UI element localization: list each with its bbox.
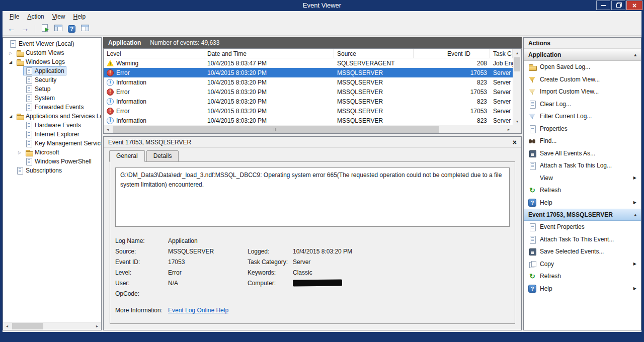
event-row[interactable]: !Error 10/4/2015 8:03:20 PM MSSQLSERVER …	[104, 87, 513, 97]
scrollbar-thumb[interactable]	[514, 57, 520, 71]
forward-button[interactable]: →	[21, 25, 29, 33]
tree-item-setup[interactable]: Setup	[3, 84, 101, 94]
main-area: Event Viewer (Local) ▷ Custom Views ◢ Wi…	[3, 36, 641, 332]
preview-pane: Event 17053, MSSQLSERVER × General Detai…	[103, 136, 522, 330]
menu-file[interactable]: File	[6, 12, 23, 22]
console-tree-button[interactable]	[54, 25, 62, 33]
action-save-all-events-as[interactable]: Save All Events As...	[524, 147, 641, 160]
tree-item-event-viewer-local[interactable]: Event Viewer (Local)	[3, 39, 101, 48]
scroll-left-icon[interactable]: ◄	[104, 125, 112, 133]
datetime-cell: 10/4/2015 8:03:47 PM	[204, 60, 334, 67]
menu-help[interactable]: Help	[69, 12, 90, 22]
back-button[interactable]: ←	[8, 25, 16, 33]
scroll-up-icon[interactable]: ▲	[513, 49, 521, 57]
action-label: Copy	[540, 261, 554, 268]
chevron-expanded-icon[interactable]: ◢	[7, 114, 14, 119]
chevron-collapsed-icon[interactable]: ▷	[16, 150, 23, 155]
tab-general[interactable]: General	[109, 150, 145, 162]
tree-item-key-management-service[interactable]: Key Management Service	[3, 139, 101, 148]
scroll-left-icon[interactable]: ◄	[3, 322, 11, 330]
event-list-vertical-scrollbar[interactable]: ▲ ▼	[513, 49, 521, 125]
action-open-saved-log[interactable]: Open Saved Log...	[524, 61, 641, 73]
column-event-id[interactable]: Event ID	[414, 49, 490, 58]
close-icon: ×	[632, 2, 636, 9]
menu-action[interactable]: Action	[23, 12, 48, 22]
export-button[interactable]	[41, 24, 49, 33]
column-task-category[interactable]: Task Category	[490, 49, 513, 58]
tree-item-security[interactable]: Security	[3, 75, 101, 84]
event-row[interactable]: !Error 10/4/2015 8:03:20 PM MSSQLSERVER …	[104, 106, 513, 116]
collapse-section-icon[interactable]: ▴	[634, 52, 636, 57]
datetime-cell: 10/4/2015 8:03:20 PM	[204, 98, 334, 105]
action-attach-task-to-log[interactable]: Attach a Task To this Log...	[524, 159, 641, 172]
action-refresh[interactable]: ↻ Refresh	[524, 184, 641, 197]
tree-item-internet-explorer[interactable]: Internet Explorer	[3, 130, 101, 139]
actions-section-event[interactable]: Event 17053, MSSQLSERVER ▴	[524, 209, 641, 221]
tree-horizontal-scrollbar[interactable]: ◄ ►	[3, 322, 101, 330]
action-refresh-event[interactable]: ↻ Refresh	[524, 270, 641, 283]
action-event-properties[interactable]: Event Properties	[524, 221, 641, 233]
tree-item-forwarded-events[interactable]: Forwarded Events	[3, 103, 101, 112]
event-row[interactable]: !Warning 10/4/2015 8:03:47 PM SQLSERVERA…	[104, 58, 513, 68]
event-row[interactable]: iInformation 10/4/2015 8:03:20 PM MSSQLS…	[104, 116, 513, 125]
action-create-custom-view[interactable]: Create Custom View...	[524, 73, 641, 86]
caption-buttons: ×	[596, 0, 644, 10]
action-attach-task-to-event[interactable]: Attach Task To This Event...	[524, 233, 641, 246]
action-filter-current-log[interactable]: Filter Current Log...	[524, 110, 641, 123]
event-row[interactable]: iInformation 10/4/2015 8:03:20 PM MSSQLS…	[104, 97, 513, 106]
event-log-online-help-link[interactable]: Event Log Online Help	[168, 307, 228, 314]
tree-item-application[interactable]: Application	[3, 66, 101, 75]
copy-icon	[528, 260, 536, 268]
scrollbar-track[interactable]	[112, 125, 505, 133]
tree-item-windows-powershell[interactable]: Windows PowerShell	[3, 157, 101, 166]
action-find[interactable]: Find...	[524, 135, 641, 147]
action-help-event[interactable]: ? Help ▶	[524, 283, 641, 295]
tree-item-system[interactable]: System	[3, 94, 101, 103]
scrollbar-track[interactable]	[11, 322, 93, 330]
action-import-custom-view[interactable]: Import Custom View...	[524, 86, 641, 98]
column-source[interactable]: Source	[334, 49, 414, 58]
tree-item-label: Windows PowerShell	[35, 158, 92, 165]
minimize-button[interactable]	[596, 1, 610, 10]
action-pane-button[interactable]	[81, 25, 89, 33]
chevron-expanded-icon[interactable]: ◢	[7, 60, 14, 64]
event-fields: Log Name: Application Source: MSSQLSERVE…	[115, 235, 510, 315]
action-view[interactable]: View ▶	[524, 172, 641, 185]
help-button[interactable]: ?	[68, 25, 75, 33]
restore-button[interactable]	[611, 1, 625, 10]
tree-item-applications-services-logs[interactable]: ◢ Applications and Services Logs	[3, 112, 101, 121]
scroll-down-icon[interactable]: ▼	[513, 117, 521, 125]
close-preview-icon[interactable]: ×	[513, 138, 517, 146]
event-row[interactable]: iInformation 10/4/2015 8:03:20 PM MSSQLS…	[104, 77, 513, 87]
action-save-selected-events[interactable]: Save Selected Events...	[524, 245, 641, 258]
scroll-right-icon[interactable]: ►	[93, 322, 101, 330]
close-button[interactable]: ×	[626, 1, 642, 10]
tree-item-windows-logs[interactable]: ◢ Windows Logs	[3, 57, 101, 66]
action-clear-log[interactable]: Clear Log...	[524, 98, 641, 111]
level-cell: !Warning	[104, 60, 204, 67]
tree-item-label: Security	[35, 76, 56, 83]
action-properties[interactable]: Properties	[524, 123, 641, 135]
menu-view[interactable]: View	[48, 12, 69, 22]
action-copy[interactable]: Copy ▶	[524, 258, 641, 271]
log-name-label: Log Name:	[115, 235, 168, 246]
event-row-selected[interactable]: !Error 10/4/2015 8:03:20 PM MSSQLSERVER …	[104, 68, 513, 77]
actions-section-application[interactable]: Application ▴	[524, 49, 641, 61]
chevron-collapsed-icon[interactable]: ▷	[7, 51, 14, 55]
log-icon	[25, 140, 33, 147]
collapse-section-icon[interactable]: ▴	[634, 212, 636, 217]
tree-item-subscriptions[interactable]: Subscriptions	[3, 166, 101, 175]
scrollbar-thumb[interactable]	[12, 323, 43, 329]
scrollbar-thumb[interactable]	[113, 126, 439, 133]
error-icon: !	[107, 69, 114, 76]
column-level[interactable]: Level	[104, 49, 204, 58]
scrollbar-track[interactable]	[513, 57, 521, 117]
tree-item-custom-views[interactable]: ▷ Custom Views	[3, 48, 101, 57]
tree-item-hardware-events[interactable]: Hardware Events	[3, 121, 101, 130]
scroll-right-icon[interactable]: ►	[505, 125, 513, 133]
tree-item-microsoft[interactable]: ▷ Microsoft	[3, 148, 101, 157]
action-help[interactable]: ? Help ▶	[524, 197, 641, 209]
event-list-horizontal-scrollbar[interactable]: ◄ ►	[104, 125, 513, 133]
tab-details[interactable]: Details	[146, 150, 179, 162]
column-date-and-time[interactable]: Date and Time	[204, 49, 334, 58]
